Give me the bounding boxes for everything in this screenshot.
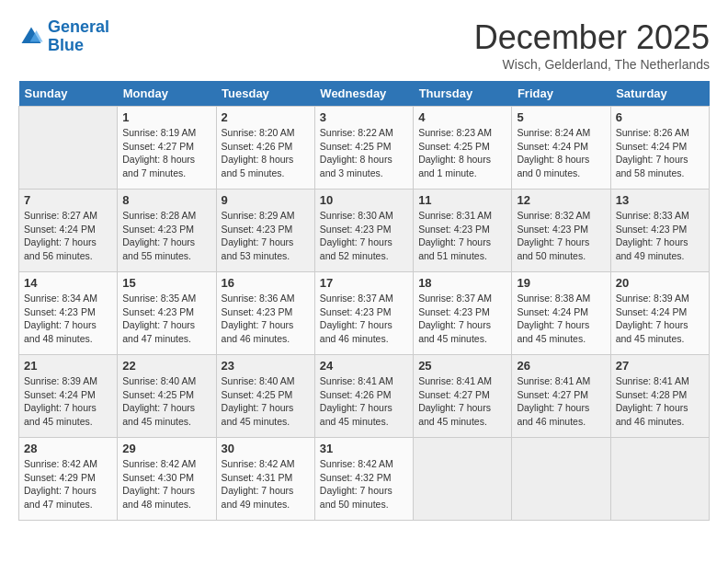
day-info: Sunrise: 8:26 AMSunset: 4:24 PMDaylight:… xyxy=(616,126,704,180)
day-number: 15 xyxy=(122,276,210,290)
page-header: General Blue December 2025 Wisch, Gelder… xyxy=(18,18,710,72)
calendar-cell: 11Sunrise: 8:31 AMSunset: 4:23 PMDayligh… xyxy=(414,190,512,272)
day-number: 31 xyxy=(320,442,408,455)
calendar-week-2: 7Sunrise: 8:27 AMSunset: 4:24 PMDaylight… xyxy=(19,190,710,272)
day-number: 7 xyxy=(24,193,112,207)
calendar-cell: 29Sunrise: 8:42 AMSunset: 4:30 PMDayligh… xyxy=(118,438,216,521)
calendar-cell: 5Sunrise: 8:24 AMSunset: 4:24 PMDaylight… xyxy=(512,107,610,190)
day-info: Sunrise: 8:42 AMSunset: 4:32 PMDaylight:… xyxy=(320,457,408,511)
logo: General Blue xyxy=(18,18,109,55)
calendar-cell xyxy=(19,107,118,190)
calendar-cell: 22Sunrise: 8:40 AMSunset: 4:25 PMDayligh… xyxy=(118,355,216,438)
day-info: Sunrise: 8:42 AMSunset: 4:30 PMDaylight:… xyxy=(122,457,210,511)
calendar-week-1: 1Sunrise: 8:19 AMSunset: 4:27 PMDaylight… xyxy=(19,107,710,190)
day-number: 21 xyxy=(24,359,112,373)
day-number: 24 xyxy=(320,359,408,373)
calendar-cell: 31Sunrise: 8:42 AMSunset: 4:32 PMDayligh… xyxy=(314,438,413,521)
calendar-body: 1Sunrise: 8:19 AMSunset: 4:27 PMDaylight… xyxy=(19,107,710,521)
calendar-cell xyxy=(414,438,512,521)
day-number: 14 xyxy=(24,276,112,290)
day-info: Sunrise: 8:42 AMSunset: 4:29 PMDaylight:… xyxy=(24,457,112,511)
day-number: 8 xyxy=(122,193,210,207)
calendar-cell: 30Sunrise: 8:42 AMSunset: 4:31 PMDayligh… xyxy=(216,438,314,521)
day-number: 5 xyxy=(517,110,605,124)
calendar-table: SundayMondayTuesdayWednesdayThursdayFrid… xyxy=(18,81,710,521)
calendar-cell: 23Sunrise: 8:40 AMSunset: 4:25 PMDayligh… xyxy=(216,355,314,438)
day-number: 12 xyxy=(517,193,605,207)
calendar-cell: 6Sunrise: 8:26 AMSunset: 4:24 PMDaylight… xyxy=(610,107,709,190)
day-number: 25 xyxy=(418,359,506,373)
day-info: Sunrise: 8:20 AMSunset: 4:26 PMDaylight:… xyxy=(222,126,310,180)
logo-text: General Blue xyxy=(48,18,109,55)
calendar-cell: 15Sunrise: 8:35 AMSunset: 4:23 PMDayligh… xyxy=(118,272,216,355)
weekday-header-friday: Friday xyxy=(512,81,610,107)
day-info: Sunrise: 8:42 AMSunset: 4:31 PMDaylight:… xyxy=(222,457,310,511)
day-number: 3 xyxy=(320,110,408,124)
day-info: Sunrise: 8:23 AMSunset: 4:25 PMDaylight:… xyxy=(418,126,506,180)
day-number: 26 xyxy=(517,359,605,373)
weekday-header-sunday: Sunday xyxy=(19,81,118,107)
day-info: Sunrise: 8:40 AMSunset: 4:25 PMDaylight:… xyxy=(222,374,310,429)
calendar-cell: 2Sunrise: 8:20 AMSunset: 4:26 PMDaylight… xyxy=(216,107,314,190)
calendar-cell: 24Sunrise: 8:41 AMSunset: 4:26 PMDayligh… xyxy=(314,355,413,438)
day-number: 22 xyxy=(122,359,210,373)
calendar-cell: 27Sunrise: 8:41 AMSunset: 4:28 PMDayligh… xyxy=(610,355,709,438)
weekday-row: SundayMondayTuesdayWednesdayThursdayFrid… xyxy=(19,81,710,107)
day-info: Sunrise: 8:35 AMSunset: 4:23 PMDaylight:… xyxy=(122,292,210,346)
weekday-header-tuesday: Tuesday xyxy=(216,81,314,107)
day-info: Sunrise: 8:30 AMSunset: 4:23 PMDaylight:… xyxy=(320,209,408,263)
day-number: 6 xyxy=(616,110,704,124)
day-number: 1 xyxy=(122,110,210,124)
calendar-cell: 4Sunrise: 8:23 AMSunset: 4:25 PMDaylight… xyxy=(414,107,512,190)
logo-icon xyxy=(18,24,44,50)
day-number: 13 xyxy=(616,193,704,207)
day-info: Sunrise: 8:41 AMSunset: 4:27 PMDaylight:… xyxy=(517,374,605,429)
day-info: Sunrise: 8:41 AMSunset: 4:27 PMDaylight:… xyxy=(418,374,506,429)
title-section: December 2025 Wisch, Gelderland, The Net… xyxy=(474,18,710,72)
day-number: 28 xyxy=(24,442,112,455)
day-info: Sunrise: 8:19 AMSunset: 4:27 PMDaylight:… xyxy=(122,126,210,180)
day-number: 23 xyxy=(222,359,310,373)
calendar-cell: 26Sunrise: 8:41 AMSunset: 4:27 PMDayligh… xyxy=(512,355,610,438)
calendar-cell: 9Sunrise: 8:29 AMSunset: 4:23 PMDaylight… xyxy=(216,190,314,272)
calendar-cell xyxy=(512,438,610,521)
day-number: 20 xyxy=(616,276,704,290)
day-number: 18 xyxy=(418,276,506,290)
day-number: 16 xyxy=(222,276,310,290)
day-info: Sunrise: 8:40 AMSunset: 4:25 PMDaylight:… xyxy=(122,374,210,429)
day-number: 11 xyxy=(418,193,506,207)
day-info: Sunrise: 8:39 AMSunset: 4:24 PMDaylight:… xyxy=(24,374,112,429)
calendar-cell: 1Sunrise: 8:19 AMSunset: 4:27 PMDaylight… xyxy=(118,107,216,190)
calendar-cell: 10Sunrise: 8:30 AMSunset: 4:23 PMDayligh… xyxy=(314,190,413,272)
day-info: Sunrise: 8:41 AMSunset: 4:26 PMDaylight:… xyxy=(320,374,408,429)
day-number: 9 xyxy=(222,193,310,207)
calendar-cell: 12Sunrise: 8:32 AMSunset: 4:23 PMDayligh… xyxy=(512,190,610,272)
day-number: 17 xyxy=(320,276,408,290)
day-info: Sunrise: 8:41 AMSunset: 4:28 PMDaylight:… xyxy=(616,374,704,429)
calendar-cell: 21Sunrise: 8:39 AMSunset: 4:24 PMDayligh… xyxy=(19,355,118,438)
weekday-header-wednesday: Wednesday xyxy=(314,81,413,107)
day-info: Sunrise: 8:37 AMSunset: 4:23 PMDaylight:… xyxy=(418,292,506,346)
weekday-header-saturday: Saturday xyxy=(610,81,709,107)
day-number: 4 xyxy=(418,110,506,124)
day-info: Sunrise: 8:29 AMSunset: 4:23 PMDaylight:… xyxy=(222,209,310,263)
day-number: 10 xyxy=(320,193,408,207)
day-info: Sunrise: 8:36 AMSunset: 4:23 PMDaylight:… xyxy=(222,292,310,346)
calendar-cell: 16Sunrise: 8:36 AMSunset: 4:23 PMDayligh… xyxy=(216,272,314,355)
day-info: Sunrise: 8:24 AMSunset: 4:24 PMDaylight:… xyxy=(517,126,605,180)
day-info: Sunrise: 8:39 AMSunset: 4:24 PMDaylight:… xyxy=(616,292,704,346)
day-number: 2 xyxy=(222,110,310,124)
calendar-header: SundayMondayTuesdayWednesdayThursdayFrid… xyxy=(19,81,710,107)
day-info: Sunrise: 8:31 AMSunset: 4:23 PMDaylight:… xyxy=(418,209,506,263)
day-info: Sunrise: 8:27 AMSunset: 4:24 PMDaylight:… xyxy=(24,209,112,263)
calendar-cell: 7Sunrise: 8:27 AMSunset: 4:24 PMDaylight… xyxy=(19,190,118,272)
day-info: Sunrise: 8:32 AMSunset: 4:23 PMDaylight:… xyxy=(517,209,605,263)
calendar-week-3: 14Sunrise: 8:34 AMSunset: 4:23 PMDayligh… xyxy=(19,272,710,355)
weekday-header-monday: Monday xyxy=(118,81,216,107)
weekday-header-thursday: Thursday xyxy=(414,81,512,107)
calendar-cell: 8Sunrise: 8:28 AMSunset: 4:23 PMDaylight… xyxy=(118,190,216,272)
calendar-cell xyxy=(610,438,709,521)
day-info: Sunrise: 8:22 AMSunset: 4:25 PMDaylight:… xyxy=(320,126,408,180)
calendar-cell: 17Sunrise: 8:37 AMSunset: 4:23 PMDayligh… xyxy=(314,272,413,355)
calendar-cell: 28Sunrise: 8:42 AMSunset: 4:29 PMDayligh… xyxy=(19,438,118,521)
